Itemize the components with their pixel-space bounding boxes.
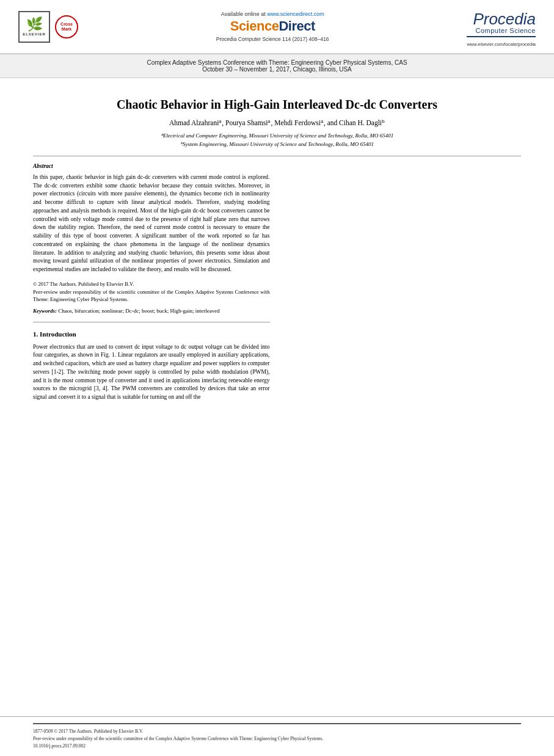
header: 🌿 ELSEVIER Cross Mark Available online a… bbox=[0, 0, 554, 54]
elsevier-icon: 🌿 ELSEVIER bbox=[18, 11, 50, 43]
abstract-label: Abstract bbox=[33, 162, 270, 171]
paper-title: Chaotic Behavior in High-Gain Interleave… bbox=[33, 96, 521, 112]
authors: Ahmad Alzahraniᵃ, Pourya Shamsiᵃ, Mehdi … bbox=[33, 118, 521, 127]
copyright-line2: Peer-review under responsibility of the … bbox=[33, 288, 270, 304]
left-column: Abstract In this paper, chaotic behavior… bbox=[33, 162, 270, 402]
crossmark-icon: Cross Mark bbox=[55, 15, 78, 38]
introduction-heading: 1. Introduction bbox=[33, 330, 270, 340]
journal-name: Procedia Computer Science 114 (2017) 408… bbox=[90, 36, 454, 42]
affiliations: ᵃElectrical and Computer Engineering, Mi… bbox=[33, 132, 521, 148]
footer-peer-review: Peer-review under responsibility of the … bbox=[33, 735, 521, 743]
main-content: Chaotic Behavior in High-Gain Interleave… bbox=[0, 78, 554, 716]
copyright-line1: © 2017 The Authors. Published by Elsevie… bbox=[33, 280, 270, 288]
elsevier-label: ELSEVIER bbox=[23, 32, 46, 36]
header-center: Available online at www.sciencedirect.co… bbox=[78, 11, 467, 42]
keywords-label: Keywords: bbox=[33, 308, 57, 314]
introduction-text: Power electronics that are used to conve… bbox=[33, 343, 270, 402]
footer-doi: 10.1016/j.procs.2017.09.002 bbox=[33, 743, 521, 750]
footer-issn: 1877-0509 © 2017 The Authors. Published … bbox=[33, 728, 521, 735]
procedia-logo-text: Procedia bbox=[473, 11, 536, 27]
header-left: 🌿 ELSEVIER Cross Mark bbox=[18, 11, 78, 43]
right-column bbox=[285, 162, 522, 402]
affiliation-a: ᵃElectrical and Computer Engineering, Mi… bbox=[33, 132, 521, 140]
footer-divider bbox=[33, 723, 521, 724]
affiliation-b: ᵇSystem Engineering, Missouri University… bbox=[33, 140, 521, 149]
conference-line1: Complex Adaptive Systems Conference with… bbox=[18, 59, 536, 66]
page: 🌿 ELSEVIER Cross Mark Available online a… bbox=[0, 0, 554, 756]
sciencedirect-logo: ScienceDirect bbox=[90, 18, 454, 34]
elsevier-url: www.elsevier.com/locate/procedia bbox=[467, 42, 536, 47]
divider-1 bbox=[33, 156, 521, 156]
conference-line2: October 30 – November 1, 2017, Chicago, … bbox=[18, 66, 536, 73]
keywords-block: Keywords: Chaos, bifurcation; nonlinear;… bbox=[33, 307, 270, 316]
computer-science-label: Computer Science bbox=[476, 27, 536, 34]
abstract-section: Abstract In this paper, chaotic behavior… bbox=[33, 162, 270, 274]
footer: 1877-0509 © 2017 The Authors. Published … bbox=[0, 716, 554, 756]
abstract-text: In this paper, chaotic behavior in high … bbox=[33, 173, 270, 274]
copyright-block: © 2017 The Authors. Published by Elsevie… bbox=[33, 280, 270, 303]
keywords-terms: Chaos, bifurcation; nonlinear; Dc-dc; bo… bbox=[58, 308, 219, 314]
elsevier-logo: 🌿 ELSEVIER Cross Mark bbox=[18, 11, 78, 43]
available-online-text: Available online at www.sciencedirect.co… bbox=[90, 11, 454, 17]
header-right: Procedia Computer Science www.elsevier.c… bbox=[467, 11, 536, 47]
available-online-label: Available online at bbox=[221, 11, 266, 17]
divider-2 bbox=[33, 322, 270, 322]
conference-banner: Complex Adaptive Systems Conference with… bbox=[0, 54, 554, 78]
website-link[interactable]: www.sciencedirect.com bbox=[267, 11, 324, 17]
two-column-layout: Abstract In this paper, chaotic behavior… bbox=[33, 162, 521, 402]
